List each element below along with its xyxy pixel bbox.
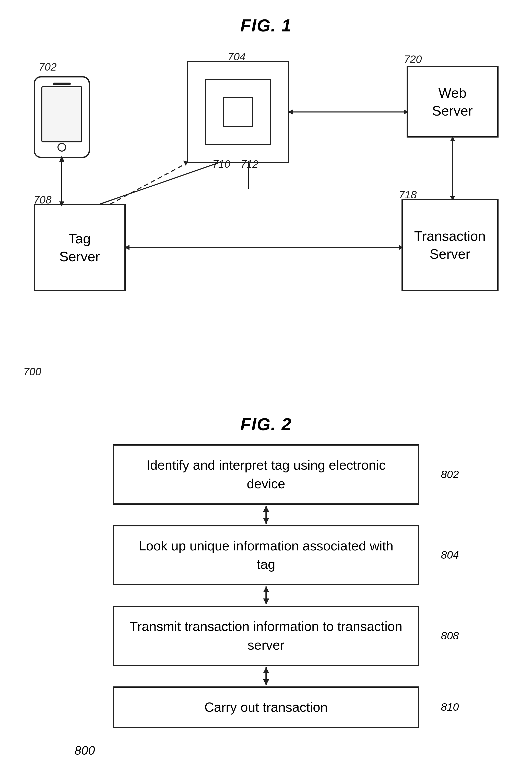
flow-box-808-text: Transmit transaction information to tran… bbox=[129, 617, 403, 655]
device-screen bbox=[41, 86, 82, 142]
web-server-720: Web Server bbox=[407, 66, 499, 137]
svg-marker-27 bbox=[263, 667, 269, 673]
arrow-svg-1 bbox=[256, 505, 276, 525]
ref-700: 700 bbox=[23, 366, 41, 378]
transaction-server-label: Transaction Server bbox=[414, 227, 486, 263]
flow-arrow-1 bbox=[113, 505, 419, 525]
ref-710: 710 bbox=[212, 158, 230, 170]
flowchart: Identify and interpret tag using electro… bbox=[75, 444, 458, 758]
flow-arrow-3 bbox=[113, 666, 419, 686]
arrow-svg-2 bbox=[256, 585, 276, 606]
arrow-svg-3 bbox=[256, 666, 276, 686]
tag-reader-inner bbox=[205, 79, 271, 145]
svg-marker-19 bbox=[263, 506, 269, 512]
tag-server-708: Tag Server bbox=[34, 204, 126, 291]
flow-row-2: Look up unique information associated wi… bbox=[75, 525, 458, 586]
svg-line-12 bbox=[110, 163, 187, 204]
flow-row-4: Carry out transaction 810 bbox=[75, 686, 458, 728]
flow-ref-804: 804 bbox=[441, 549, 459, 561]
ref-720: 720 bbox=[404, 53, 422, 65]
device-home-button bbox=[57, 143, 66, 151]
tag-server-label: Tag Server bbox=[59, 230, 100, 265]
flow-ref-808: 808 bbox=[441, 630, 459, 642]
tag-reader-innermost bbox=[223, 97, 253, 127]
fig2-title: FIG. 2 bbox=[20, 414, 512, 434]
flow-box-802: Identify and interpret tag using electro… bbox=[113, 444, 419, 505]
ref-702: 702 bbox=[39, 61, 57, 73]
fig1-section: FIG. 1 702 704 710 712 bbox=[20, 15, 512, 373]
device-702 bbox=[34, 76, 90, 158]
ref-800: 800 bbox=[75, 743, 458, 758]
transaction-server-718: Transaction Server bbox=[401, 199, 499, 291]
flow-row-3: Transmit transaction information to tran… bbox=[75, 606, 458, 666]
page: FIG. 1 702 704 710 712 bbox=[0, 0, 532, 769]
device-top bbox=[41, 83, 82, 142]
flow-box-808: Transmit transaction information to tran… bbox=[113, 606, 419, 666]
svg-marker-23 bbox=[263, 587, 269, 592]
flow-row-1: Identify and interpret tag using electro… bbox=[75, 444, 458, 505]
fig1-title: FIG. 1 bbox=[20, 15, 512, 35]
flow-box-804: Look up unique information associated wi… bbox=[113, 525, 419, 586]
diagram1: 702 704 710 712 720 bbox=[23, 45, 509, 352]
flow-ref-802: 802 bbox=[441, 468, 459, 481]
web-server-label: Web Server bbox=[432, 84, 473, 120]
ref-712: 712 bbox=[241, 158, 258, 170]
flow-box-810: Carry out transaction 810 bbox=[113, 686, 419, 728]
svg-line-14 bbox=[100, 163, 218, 204]
fig2-section: FIG. 2 Identify and interpret tag using … bbox=[20, 414, 512, 758]
flow-box-804-text: Look up unique information associated wi… bbox=[129, 536, 403, 574]
flow-box-810-text: Carry out transaction bbox=[204, 698, 328, 717]
device-speaker bbox=[53, 83, 71, 85]
flow-ref-810: 810 bbox=[441, 701, 459, 713]
flow-arrow-2 bbox=[113, 585, 419, 606]
flow-box-802-text: Identify and interpret tag using electro… bbox=[129, 456, 403, 493]
tag-reader-704 bbox=[187, 61, 289, 163]
